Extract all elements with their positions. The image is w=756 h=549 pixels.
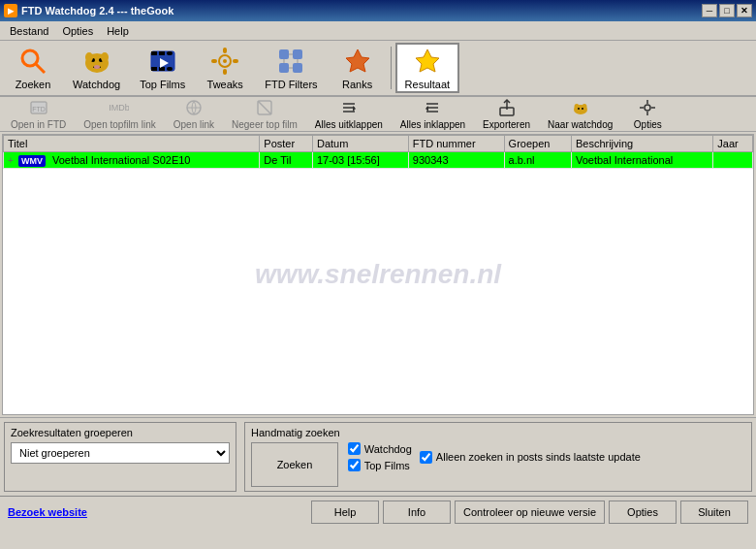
svg-rect-24 xyxy=(279,63,289,73)
search-section: Handmatig zoeken Zoeken Watchdog Top Fil… xyxy=(244,422,752,492)
secondary-toolbar: FTD Open in FTD IMDb Open topfilm link O… xyxy=(0,97,756,132)
topfilms-icon xyxy=(147,46,178,77)
svg-rect-13 xyxy=(159,67,165,71)
svg-line-1 xyxy=(36,64,45,73)
menu-opties[interactable]: Opties xyxy=(56,23,99,39)
bottom-section: Zoekresultaten groeperen Niet groeperen … xyxy=(0,417,756,496)
toolbar-resultaat[interactable]: Resultaat xyxy=(395,43,459,93)
watchdog-icon xyxy=(81,46,112,77)
footer-opties-btn[interactable]: Opties xyxy=(609,501,677,524)
toolbar-resultaat-label: Resultaat xyxy=(405,79,450,90)
svg-rect-10 xyxy=(159,51,165,55)
checkbox-topfilms[interactable] xyxy=(348,459,361,471)
row-ftdnummer: 930343 xyxy=(408,152,504,169)
title-bar: ▶ FTD Watchdog 2.4 --- theGook ─ □ ✕ xyxy=(0,0,756,21)
menu-help[interactable]: Help xyxy=(101,23,135,39)
openlink-icon xyxy=(184,98,204,117)
row-titel: + WMV Voetbal International S02E10 xyxy=(4,152,260,169)
checkbox-watchdog-row: Watchdog xyxy=(348,442,412,455)
toolbar-zoeken-label: Zoeken xyxy=(16,79,51,90)
toolbar-zoeken[interactable]: Zoeken xyxy=(4,43,62,93)
sec-opties[interactable]: Opties xyxy=(623,99,672,130)
update-text-label: Alleen zoeken in posts sinds laatste upd… xyxy=(436,451,641,463)
sec-allesinklappen-label: Alles inklappen xyxy=(400,119,465,130)
close-btn[interactable]: ✕ xyxy=(737,4,752,17)
svg-rect-20 xyxy=(211,59,217,63)
svg-rect-19 xyxy=(223,69,227,75)
watermark: www.snelrennen.nl xyxy=(255,259,501,290)
opentopfilm-icon: IMDb xyxy=(110,98,129,117)
sec-allesuitklappen[interactable]: Alles uitklappen xyxy=(308,99,390,130)
maximize-btn[interactable]: □ xyxy=(719,4,735,17)
svg-point-49 xyxy=(578,108,580,110)
svg-rect-12 xyxy=(151,67,157,71)
col-groepen: Groepen xyxy=(504,136,571,152)
toolbar-tweaks-label: Tweaks xyxy=(207,79,243,90)
toolbar-topfilms[interactable]: Top Films xyxy=(131,43,194,93)
sec-exporteren[interactable]: Exporteren xyxy=(476,99,537,130)
group-title: Zoekresultaten groeperen xyxy=(11,427,230,438)
svg-point-17 xyxy=(223,59,227,63)
app-icon: ▶ xyxy=(4,4,17,17)
col-jaar: Jaar xyxy=(713,136,753,152)
sec-allesinklappen[interactable]: Alles inklappen xyxy=(394,99,472,130)
toolbar-watchdog-label: Watchdog xyxy=(73,79,120,90)
svg-marker-40 xyxy=(353,106,356,112)
resultaat-icon xyxy=(412,46,443,77)
footer-buttons: Help Info Controleer op nieuwe versie Op… xyxy=(311,501,748,524)
row-titel-text: Voetbal International S02E10 xyxy=(52,154,191,166)
toolbar-ranks[interactable]: Ranks xyxy=(329,43,387,93)
col-beschrijving: Beschrijving xyxy=(571,136,712,152)
sec-allesuitklappen-label: Alles uitklappen xyxy=(315,119,383,130)
checkboxes: Watchdog Top Films xyxy=(348,427,412,487)
toolbar-watchdog[interactable]: Watchdog xyxy=(64,43,129,93)
col-ftdnummer: FTD nummer xyxy=(408,136,504,152)
exporteren-icon xyxy=(497,98,517,117)
toolbar-tweaks[interactable]: Tweaks xyxy=(196,43,254,93)
footer-controleer-btn[interactable]: Controleer op nieuwe versie xyxy=(455,501,605,524)
group-select[interactable]: Niet groeperen xyxy=(11,442,230,464)
expand-icon: + xyxy=(8,155,14,166)
svg-rect-22 xyxy=(279,49,289,59)
app-title: FTD Watchdog 2.4 --- theGook xyxy=(21,5,173,16)
openftd-icon: FTD xyxy=(29,98,48,117)
search-button[interactable]: Zoeken xyxy=(251,442,338,487)
toolbar-ftdfilters[interactable]: FTD Filters xyxy=(256,43,326,93)
svg-rect-21 xyxy=(233,59,238,63)
svg-point-0 xyxy=(22,50,38,66)
sec-openlink-label: Open link xyxy=(173,119,214,130)
toolbar-divider xyxy=(391,47,392,89)
row-datum: 17-03 [15:56] xyxy=(312,152,408,169)
col-poster: Poster xyxy=(260,136,313,152)
data-table: Titel Poster Datum FTD nummer Groepen Be… xyxy=(3,135,753,169)
minimize-btn[interactable]: ─ xyxy=(702,4,717,17)
toolbar-ranks-label: Ranks xyxy=(342,79,372,90)
title-controls[interactable]: ─ □ ✕ xyxy=(702,4,752,17)
allesuitklappen-icon xyxy=(339,98,359,117)
footer-info-btn[interactable]: Info xyxy=(383,501,451,524)
checkbox-watchdog[interactable] xyxy=(348,442,361,455)
checkbox-watchdog-label: Watchdog xyxy=(364,443,412,455)
sec-opentopfilm: IMDb Open topfilm link xyxy=(77,99,162,130)
update-text: Alleen zoeken in posts sinds laatste upd… xyxy=(420,427,641,487)
sec-opentopfilm-label: Open topfilm link xyxy=(83,119,155,130)
tweaks-icon xyxy=(209,46,240,77)
website-link[interactable]: Bezoek website xyxy=(8,506,87,518)
checkbox-topfilms-label: Top Films xyxy=(364,460,410,471)
col-datum: Datum xyxy=(312,136,408,152)
svg-point-5 xyxy=(85,52,93,62)
svg-point-51 xyxy=(645,105,650,111)
menu-bestand[interactable]: Bestand xyxy=(4,23,54,39)
main-toolbar: Zoeken Watchdog xyxy=(0,41,756,97)
search-title: Handmatig zoeken xyxy=(251,427,340,438)
sec-naarwatchdog-label: Naar watchdog xyxy=(548,119,613,130)
toolbar-ftdfilters-label: FTD Filters xyxy=(265,79,317,90)
sec-naarwatchdog[interactable]: Naar watchdog xyxy=(541,99,619,130)
content-area: Titel Poster Datum FTD nummer Groepen Be… xyxy=(2,134,754,415)
sec-exporteren-label: Exporteren xyxy=(483,119,530,130)
footer-sluiten-btn[interactable]: Sluiten xyxy=(680,501,748,524)
footer-help-btn[interactable]: Help xyxy=(311,501,379,524)
checkbox-update[interactable] xyxy=(420,451,432,464)
ranks-icon xyxy=(342,46,373,77)
table-row[interactable]: + WMV Voetbal International S02E10 De Ti… xyxy=(4,152,753,169)
